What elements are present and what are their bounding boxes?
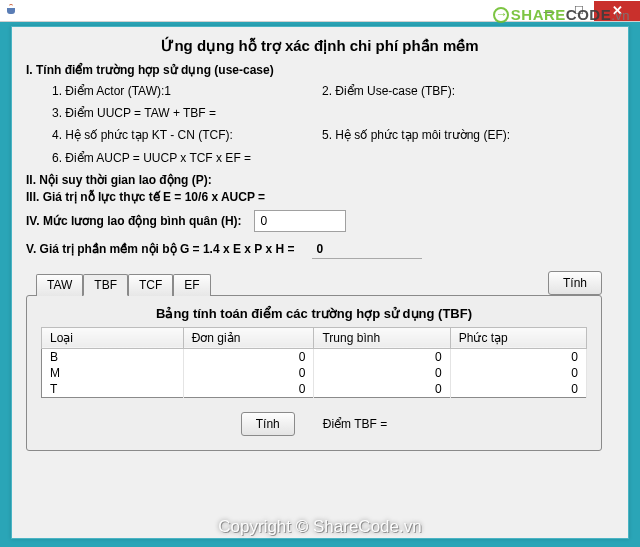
titlebar: — ☐ ✕ [0,0,640,22]
item-taw: 1. Điểm Actor (TAW):1 [52,80,322,102]
tbf-title: Bảng tính toán điểm các trường hợp sử dụ… [41,306,587,321]
tab-tcf[interactable]: TCF [128,274,173,296]
tab-strip: TAW TBF TCF EF [36,273,614,295]
section2-heading: II. Nội suy thời gian lao động (P): [26,173,614,187]
tbf-calc-button[interactable]: Tính [241,412,295,436]
table-row[interactable]: T 0 0 0 [42,381,587,398]
table-row[interactable]: B 0 0 0 [42,348,587,365]
tab-panel-tbf: Bảng tính toán điểm các trường hợp sử dụ… [26,295,602,451]
item-tbf: 2. Điểm Use-case (TBF): [322,80,455,102]
app-title: Ứng dụng hỗ trợ xác định chi phí phần mề… [26,37,614,55]
section5-label: V. Giá trị phần mềm nội bộ G = 1.4 x E x… [26,242,294,256]
section3-heading: III. Giá trị nỗ lực thực tế E = 10/6 x A… [26,190,614,204]
close-button[interactable]: ✕ [594,1,640,21]
main-window: Ứng dụng hỗ trợ xác định chi phí phần mề… [11,26,629,539]
maximize-button[interactable]: ☐ [564,1,594,21]
java-icon [4,2,22,20]
col-trungbinh[interactable]: Trung bình [314,327,450,348]
item-tcf: 4. Hệ số phức tạp KT - CN (TCF): [52,124,322,146]
col-phuctap[interactable]: Phức tạp [450,327,586,348]
tab-ef[interactable]: EF [173,274,210,296]
tab-taw[interactable]: TAW [36,274,83,296]
table-row[interactable]: M 0 0 0 [42,365,587,381]
col-dongian[interactable]: Đơn giản [183,327,314,348]
minimize-button[interactable]: — [534,1,564,21]
tbf-score-label: Điểm TBF = [323,417,387,431]
section1-heading: I. Tính điểm trường hợp sử dụng (use-cas… [26,63,614,77]
result-g: 0 [312,240,422,259]
item-aucp: 6. Điểm AUCP = UUCP x TCF x EF = [52,147,614,169]
tbf-table: Loại Đơn giản Trung bình Phức tạp B 0 0 [41,327,587,398]
item-ef: 5. Hệ số phức tạp môi trường (EF): [322,124,510,146]
col-loai[interactable]: Loại [42,327,184,348]
tab-tbf[interactable]: TBF [83,274,128,296]
wage-input[interactable] [254,210,346,232]
section4-label: IV. Mức lương lao động bình quân (H): [26,214,242,228]
item-uucp: 3. Điểm UUCP = TAW + TBF = [52,102,614,124]
